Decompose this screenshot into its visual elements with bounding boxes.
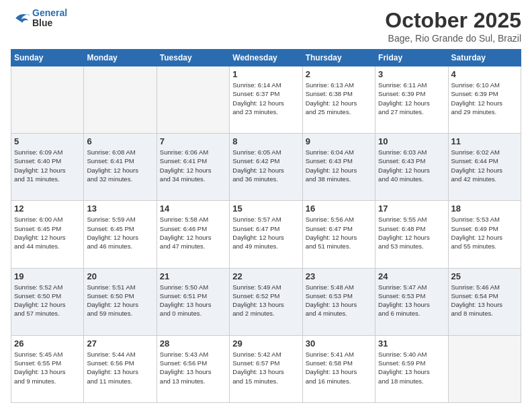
day-number: 2 [306,69,372,79]
day-header-friday: Friday [375,50,448,66]
day-info: Sunrise: 6:11 AM Sunset: 6:39 PM Dayligh… [378,81,445,116]
calendar-day-cell [448,335,521,402]
day-number: 27 [87,338,153,349]
calendar-day-cell: 3Sunrise: 6:11 AM Sunset: 6:39 PM Daylig… [375,66,448,134]
calendar-day-cell: 28Sunrise: 5:43 AM Sunset: 6:56 PM Dayli… [157,335,229,402]
page: General Blue October 2025 Bage, Rio Gran… [0,0,532,411]
day-info: Sunrise: 5:48 AM Sunset: 6:53 PM Dayligh… [306,283,372,318]
calendar-week-row: 12Sunrise: 6:00 AM Sunset: 6:45 PM Dayli… [11,201,521,268]
day-info: Sunrise: 5:49 AM Sunset: 6:52 PM Dayligh… [232,283,299,318]
calendar-week-row: 26Sunrise: 5:45 AM Sunset: 6:55 PM Dayli… [11,335,521,402]
day-info: Sunrise: 5:58 AM Sunset: 6:46 PM Dayligh… [160,215,226,250]
day-number: 29 [232,338,299,349]
header: General Blue October 2025 Bage, Rio Gran… [11,8,521,44]
day-info: Sunrise: 5:53 AM Sunset: 6:49 PM Dayligh… [451,215,518,250]
calendar-day-cell: 17Sunrise: 5:55 AM Sunset: 6:48 PM Dayli… [375,201,448,268]
day-number: 23 [306,271,372,281]
calendar-day-cell: 15Sunrise: 5:57 AM Sunset: 6:47 PM Dayli… [230,201,302,268]
logo-text: General Blue [32,8,67,29]
calendar-day-cell: 30Sunrise: 5:41 AM Sunset: 6:58 PM Dayli… [302,335,375,402]
day-number: 8 [232,136,299,146]
location: Bage, Rio Grande do Sul, Brazil [385,33,521,44]
day-number: 19 [14,271,81,281]
day-header-thursday: Thursday [302,50,375,66]
title-block: October 2025 Bage, Rio Grande do Sul, Br… [385,8,521,44]
day-number: 17 [378,203,445,214]
calendar-day-cell [11,66,84,134]
day-number: 12 [14,203,81,214]
day-info: Sunrise: 6:03 AM Sunset: 6:43 PM Dayligh… [378,148,445,183]
day-info: Sunrise: 6:08 AM Sunset: 6:41 PM Dayligh… [87,148,153,183]
day-info: Sunrise: 5:43 AM Sunset: 6:56 PM Dayligh… [160,350,226,385]
calendar-day-cell: 22Sunrise: 5:49 AM Sunset: 6:52 PM Dayli… [230,268,302,335]
day-number: 30 [306,338,372,349]
calendar-day-cell: 20Sunrise: 5:51 AM Sunset: 6:50 PM Dayli… [84,268,157,335]
day-number: 13 [87,203,153,214]
day-number: 22 [232,271,299,281]
day-number: 18 [451,203,518,214]
calendar-week-row: 5Sunrise: 6:09 AM Sunset: 6:40 PM Daylig… [11,134,521,201]
day-number: 6 [87,136,153,146]
calendar-day-cell: 4Sunrise: 6:10 AM Sunset: 6:39 PM Daylig… [448,66,521,134]
day-header-tuesday: Tuesday [157,50,229,66]
calendar-day-cell: 10Sunrise: 6:03 AM Sunset: 6:43 PM Dayli… [375,134,448,201]
day-header-monday: Monday [84,50,157,66]
calendar-day-cell: 12Sunrise: 6:00 AM Sunset: 6:45 PM Dayli… [11,201,84,268]
calendar-day-cell: 16Sunrise: 5:56 AM Sunset: 6:47 PM Dayli… [302,201,375,268]
calendar-day-cell: 6Sunrise: 6:08 AM Sunset: 6:41 PM Daylig… [84,134,157,201]
day-info: Sunrise: 5:52 AM Sunset: 6:50 PM Dayligh… [14,283,81,318]
calendar-day-cell: 31Sunrise: 5:40 AM Sunset: 6:59 PM Dayli… [375,335,448,402]
day-number: 26 [14,338,81,349]
day-number: 31 [378,338,445,349]
calendar-day-cell: 14Sunrise: 5:58 AM Sunset: 6:46 PM Dayli… [157,201,229,268]
day-number: 1 [232,69,299,79]
day-number: 28 [160,338,226,349]
day-info: Sunrise: 6:09 AM Sunset: 6:40 PM Dayligh… [14,148,81,183]
day-number: 10 [378,136,445,146]
day-number: 21 [160,271,226,281]
calendar-day-cell: 25Sunrise: 5:46 AM Sunset: 6:54 PM Dayli… [448,268,521,335]
day-number: 11 [451,136,518,146]
calendar-day-cell [84,66,157,134]
calendar-day-cell: 24Sunrise: 5:47 AM Sunset: 6:53 PM Dayli… [375,268,448,335]
calendar-day-cell: 27Sunrise: 5:44 AM Sunset: 6:56 PM Dayli… [84,335,157,402]
day-info: Sunrise: 6:10 AM Sunset: 6:39 PM Dayligh… [451,81,518,116]
calendar-day-cell: 9Sunrise: 6:04 AM Sunset: 6:43 PM Daylig… [302,134,375,201]
day-number: 3 [378,69,445,79]
day-number: 7 [160,136,226,146]
calendar-day-cell: 1Sunrise: 6:14 AM Sunset: 6:37 PM Daylig… [230,66,302,134]
calendar-day-cell: 8Sunrise: 6:05 AM Sunset: 6:42 PM Daylig… [230,134,302,201]
calendar-day-cell: 29Sunrise: 5:42 AM Sunset: 6:57 PM Dayli… [230,335,302,402]
day-info: Sunrise: 6:04 AM Sunset: 6:43 PM Dayligh… [306,148,372,183]
logo-icon [11,10,30,26]
day-info: Sunrise: 6:13 AM Sunset: 6:38 PM Dayligh… [306,81,372,116]
calendar-day-cell: 21Sunrise: 5:50 AM Sunset: 6:51 PM Dayli… [157,268,229,335]
day-info: Sunrise: 5:51 AM Sunset: 6:50 PM Dayligh… [87,283,153,318]
calendar-day-cell: 13Sunrise: 5:59 AM Sunset: 6:45 PM Dayli… [84,201,157,268]
day-number: 9 [306,136,372,146]
day-number: 14 [160,203,226,214]
day-info: Sunrise: 5:40 AM Sunset: 6:59 PM Dayligh… [378,350,445,385]
day-number: 20 [87,271,153,281]
calendar-day-cell: 11Sunrise: 6:02 AM Sunset: 6:44 PM Dayli… [448,134,521,201]
day-info: Sunrise: 5:55 AM Sunset: 6:48 PM Dayligh… [378,215,445,250]
day-info: Sunrise: 5:59 AM Sunset: 6:45 PM Dayligh… [87,215,153,250]
day-header-wednesday: Wednesday [230,50,302,66]
day-info: Sunrise: 6:05 AM Sunset: 6:42 PM Dayligh… [232,148,299,183]
calendar-day-cell: 2Sunrise: 6:13 AM Sunset: 6:38 PM Daylig… [302,66,375,134]
day-info: Sunrise: 5:50 AM Sunset: 6:51 PM Dayligh… [160,283,226,318]
calendar-day-cell: 19Sunrise: 5:52 AM Sunset: 6:50 PM Dayli… [11,268,84,335]
day-info: Sunrise: 5:44 AM Sunset: 6:56 PM Dayligh… [87,350,153,385]
day-info: Sunrise: 5:45 AM Sunset: 6:55 PM Dayligh… [14,350,81,385]
day-info: Sunrise: 5:41 AM Sunset: 6:58 PM Dayligh… [306,350,372,385]
logo: General Blue [11,8,67,29]
day-number: 15 [232,203,299,214]
day-header-sunday: Sunday [11,50,84,66]
day-number: 4 [451,69,518,79]
calendar-day-cell: 26Sunrise: 5:45 AM Sunset: 6:55 PM Dayli… [11,335,84,402]
day-info: Sunrise: 6:06 AM Sunset: 6:41 PM Dayligh… [160,148,226,183]
calendar-day-cell [157,66,229,134]
calendar-day-cell: 18Sunrise: 5:53 AM Sunset: 6:49 PM Dayli… [448,201,521,268]
day-header-saturday: Saturday [448,50,521,66]
calendar-day-cell: 5Sunrise: 6:09 AM Sunset: 6:40 PM Daylig… [11,134,84,201]
